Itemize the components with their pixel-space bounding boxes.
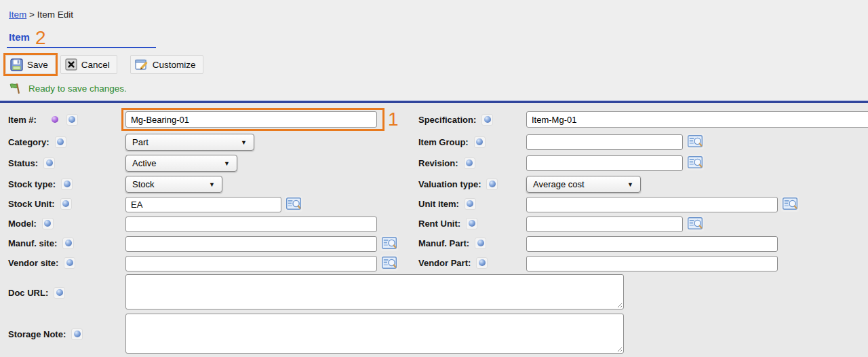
- field-label-row-unit-item: Unit item:: [418, 198, 476, 210]
- help-icon[interactable]: [486, 178, 498, 190]
- help-icon[interactable]: [466, 218, 477, 229]
- help-icon[interactable]: [464, 157, 475, 169]
- help-icon[interactable]: [481, 114, 493, 126]
- valuation-type-dropdown[interactable]: Average cost ▼: [526, 176, 641, 193]
- item-number-input[interactable]: [125, 111, 377, 128]
- status-dropdown[interactable]: Active ▼: [125, 155, 237, 172]
- help-icon[interactable]: [54, 287, 65, 299]
- lookup-window-icon: [688, 217, 703, 230]
- field-label-row-stock-unit: Stock Unit:: [8, 198, 72, 210]
- lookup-window-icon: [382, 257, 397, 269]
- category-dropdown[interactable]: Part ▼: [125, 134, 254, 151]
- breadcrumb-separator: >: [29, 10, 37, 20]
- storage-note-label: Storage Note:: [8, 329, 66, 339]
- field-label-row-item-group: Item Group:: [418, 136, 486, 148]
- customize-button[interactable]: Customize: [130, 55, 203, 74]
- field-label-row-vendor-site: Vendor site:: [8, 257, 75, 269]
- vendor-site-label: Vendor site:: [8, 258, 58, 268]
- help-icon[interactable]: [43, 157, 55, 169]
- manuf-site-input[interactable]: [125, 236, 377, 252]
- specification-input[interactable]: [526, 111, 868, 128]
- lookup-window-icon: [382, 237, 397, 250]
- chevron-down-icon: ▼: [627, 181, 633, 188]
- help-icon[interactable]: [465, 198, 476, 210]
- help-icon[interactable]: [64, 257, 75, 269]
- field-label-row-revision: Revision:: [418, 157, 475, 169]
- vendor-site-lookup-button[interactable]: [380, 255, 398, 271]
- help-icon[interactable]: [474, 136, 486, 148]
- item-edit-page: Item > Item Edit Item 2 Save: [0, 0, 868, 357]
- help-icon[interactable]: [476, 257, 488, 269]
- annotation-step-2: 2: [35, 27, 46, 49]
- lookup-window-icon: [688, 135, 703, 148]
- field-label-row-manuf-part: Manuf. Part:: [418, 237, 486, 249]
- rent-unit-input[interactable]: [526, 217, 683, 232]
- breadcrumb-item-link[interactable]: Item: [9, 10, 26, 20]
- field-label-row-manuf-site: Manuf. site:: [8, 237, 74, 249]
- doc-url-label: Doc URL:: [8, 288, 48, 298]
- revision-label: Revision:: [418, 158, 458, 168]
- rent-unit-lookup-button[interactable]: [686, 216, 704, 231]
- model-input[interactable]: [125, 217, 377, 232]
- status-message: Ready to save changes.: [28, 83, 127, 94]
- field-label-row-storage-note: Storage Note:: [8, 328, 83, 340]
- manuf-part-input[interactable]: [526, 236, 778, 252]
- doc-url-textarea[interactable]: [125, 274, 624, 309]
- vendor-part-label: Vendor Part:: [418, 258, 471, 268]
- help-icon[interactable]: [60, 198, 72, 210]
- help-icon[interactable]: [55, 136, 66, 148]
- help-icon[interactable]: [66, 114, 78, 126]
- green-flag-icon: [8, 81, 22, 95]
- specification-label: Specification:: [418, 115, 476, 125]
- cancel-button-label: Cancel: [81, 60, 110, 70]
- stock-unit-lookup-button[interactable]: [285, 196, 302, 212]
- title-underline: [7, 47, 156, 48]
- chevron-down-icon: ▼: [241, 139, 247, 146]
- field-label-row-doc-url: Doc URL:: [8, 286, 65, 299]
- field-label-row-model: Model:: [8, 217, 54, 229]
- revision-input[interactable]: [526, 155, 683, 171]
- doc-url-field: [125, 274, 624, 309]
- help-icon[interactable]: [62, 238, 74, 249]
- help-icon[interactable]: [42, 218, 54, 229]
- save-button[interactable]: Save: [5, 55, 56, 74]
- save-floppy-icon: [10, 58, 23, 71]
- model-label: Model:: [8, 219, 37, 229]
- lookup-window-icon: [286, 198, 301, 210]
- unit-item-input[interactable]: [526, 197, 778, 212]
- vendor-site-input[interactable]: [125, 256, 377, 271]
- cancel-x-icon: [65, 58, 77, 71]
- field-label-row-vendor-part: Vendor Part:: [418, 257, 488, 269]
- manuf-part-label: Manuf. Part:: [418, 238, 469, 248]
- category-label: Category:: [8, 137, 50, 147]
- item-group-lookup-button[interactable]: [686, 134, 704, 149]
- lookup-window-icon: [783, 198, 797, 210]
- vendor-part-input[interactable]: [526, 256, 778, 271]
- breadcrumb-current: Item Edit: [37, 10, 73, 20]
- field-label-row-item-number: Item #:: [8, 113, 78, 126]
- customize-button-label: Customize: [153, 60, 196, 70]
- manuf-site-lookup-button[interactable]: [380, 236, 398, 251]
- manuf-site-label: Manuf. site:: [8, 238, 57, 248]
- help-icon[interactable]: [61, 178, 73, 190]
- valuation-type-label: Valuation type:: [418, 179, 481, 189]
- field-label-row-category: Category:: [8, 136, 66, 148]
- unit-item-lookup-button[interactable]: [781, 196, 799, 212]
- storage-note-textarea[interactable]: [125, 314, 624, 354]
- valuation-type-dropdown-value: Average cost: [533, 179, 585, 189]
- help-icon[interactable]: [475, 238, 486, 249]
- help-icon[interactable]: [71, 328, 83, 340]
- storage-note-field: [125, 314, 624, 354]
- revision-lookup-button[interactable]: [686, 155, 704, 170]
- cancel-button[interactable]: Cancel: [60, 55, 117, 74]
- stock-unit-input[interactable]: [125, 197, 281, 212]
- item-number-label: Item #:: [8, 115, 37, 125]
- unit-item-label: Unit item:: [418, 199, 459, 209]
- chevron-down-icon: ▼: [224, 160, 230, 167]
- status-dropdown-value: Active: [132, 158, 156, 168]
- annotation-box-save: Save: [3, 53, 58, 76]
- field-label-row-status: Status:: [8, 157, 55, 169]
- stock-type-dropdown[interactable]: Stock ▼: [125, 176, 222, 193]
- item-group-input[interactable]: [526, 134, 683, 150]
- field-label-row-stock-type: Stock type:: [8, 178, 73, 190]
